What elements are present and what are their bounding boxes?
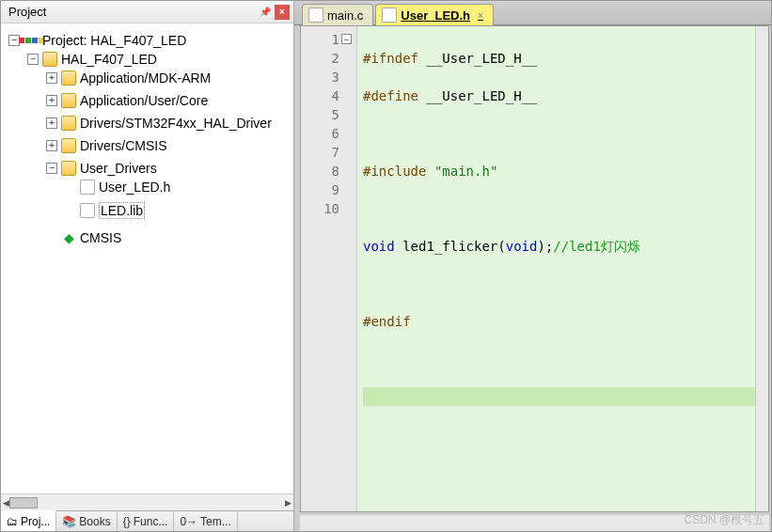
- token-prep: #ifndef: [363, 51, 418, 66]
- file-icon: [80, 180, 95, 195]
- tab-label: main.c: [327, 8, 363, 23]
- tree-group-label: User_Drivers: [80, 161, 157, 176]
- tab-label: Tem...: [200, 515, 231, 528]
- spacer: [46, 232, 57, 243]
- expander-icon[interactable]: +: [46, 72, 57, 84]
- line-number: 5: [301, 105, 339, 124]
- panel-title: Project: [8, 5, 256, 19]
- component-icon: ◆: [61, 230, 76, 245]
- editor-tab-strip: main.c User_LED.h ×: [294, 1, 771, 25]
- expander-icon[interactable]: −: [27, 54, 39, 65]
- tree-group[interactable]: + Drivers/CMSIS: [46, 138, 293, 153]
- scroll-thumb[interactable]: [9, 497, 38, 509]
- expander-icon[interactable]: −: [46, 163, 57, 174]
- token-prep: #define: [363, 88, 418, 103]
- folder-icon: [61, 161, 76, 176]
- tree-file-label: LED.lib: [99, 202, 145, 219]
- tree-target-label: HAL_F407_LED: [61, 52, 157, 67]
- spacer: [65, 181, 76, 193]
- tab-label: Proj...: [21, 515, 50, 528]
- folder-icon: [61, 138, 76, 153]
- tab-label: Books: [79, 515, 110, 528]
- close-tab-icon[interactable]: ×: [478, 10, 483, 21]
- workspace-icon: [24, 33, 39, 48]
- tree-root-label: Project: HAL_F407_LED: [42, 33, 186, 48]
- h-scrollbar[interactable]: ◀ ▶: [1, 493, 293, 510]
- panel-header: Project 📌 ×: [1, 1, 293, 23]
- pin-icon[interactable]: 📌: [258, 5, 273, 20]
- editor-right-margin: [755, 26, 768, 511]
- tab-project[interactable]: 🗂 Proj...: [1, 510, 56, 531]
- project-tree[interactable]: − Project: HAL_F407_LED − HAL_F407_LED: [1, 23, 293, 493]
- line-number: 2: [301, 49, 339, 68]
- tab-books[interactable]: 📚 Books: [56, 511, 117, 531]
- expander-icon[interactable]: +: [46, 95, 57, 106]
- line-number: 10: [301, 199, 339, 218]
- tab-templates[interactable]: 0→ Tem...: [174, 511, 237, 531]
- token-punct: (: [497, 239, 505, 254]
- line-number: 3: [301, 68, 339, 86]
- bottom-tab-strip: 🗂 Proj... 📚 Books {} Func... 0→ Tem...: [1, 510, 293, 531]
- line-number: 6: [301, 124, 339, 143]
- tree-file-label: User_LED.h: [99, 180, 170, 195]
- tree-group-label: Application/MDK-ARM: [80, 70, 211, 86]
- scroll-left-icon[interactable]: ◀: [3, 498, 9, 508]
- code-editor[interactable]: 1 2 3 4 5 6 7 8 9 10 − #ifndef __User_LE…: [300, 25, 769, 512]
- tree-root[interactable]: − Project: HAL_F407_LED: [8, 33, 293, 48]
- token-ident: led1_flicker: [402, 239, 497, 254]
- functions-tab-icon: {}: [123, 515, 131, 528]
- tree-group[interactable]: + Application/MDK-ARM: [46, 70, 293, 86]
- token-keyword: void: [506, 239, 538, 254]
- token-punct: );: [537, 239, 553, 254]
- token-macro: __User_LED_H__: [426, 88, 537, 103]
- code-content[interactable]: #ifndef __User_LED_H__ #define __User_LE…: [357, 26, 755, 511]
- fold-icon[interactable]: −: [341, 34, 352, 44]
- folder-icon: [61, 116, 76, 131]
- tree-group-label: Application/User/Core: [80, 93, 208, 108]
- line-number: 1: [301, 30, 339, 49]
- editor-area: main.c User_LED.h × 1 2 3 4 5 6 7 8 9 10: [294, 1, 771, 531]
- token-comment: //led1灯闪烁: [553, 239, 640, 254]
- file-icon: [382, 8, 397, 23]
- line-number-gutter: 1 2 3 4 5 6 7 8 9 10 −: [301, 26, 357, 511]
- watermark: CSDN @根号五: [684, 512, 764, 528]
- line-number: 9: [301, 180, 339, 199]
- line-number: 4: [301, 86, 339, 105]
- close-panel-button[interactable]: ×: [275, 5, 290, 20]
- file-icon: [80, 203, 95, 218]
- line-number: 8: [301, 162, 339, 180]
- tree-group-label: Drivers/CMSIS: [80, 138, 167, 153]
- expander-icon[interactable]: +: [46, 140, 57, 151]
- editor-tab-user-led-h[interactable]: User_LED.h ×: [375, 4, 494, 25]
- tab-functions[interactable]: {} Func...: [118, 511, 175, 531]
- token-keyword: void: [363, 239, 395, 254]
- scroll-right-icon[interactable]: ▶: [285, 498, 291, 508]
- project-tab-icon: 🗂: [7, 515, 18, 528]
- token-string: "main.h": [434, 164, 497, 179]
- templates-tab-icon: 0→: [180, 515, 197, 528]
- token-prep: #endif: [363, 314, 411, 329]
- token-prep: #include: [363, 164, 426, 179]
- tree-group[interactable]: + Drivers/STM32F4xx_HAL_Driver: [46, 116, 293, 131]
- target-icon: [42, 52, 57, 67]
- tree-group[interactable]: − User_Drivers: [46, 161, 293, 176]
- tree-file[interactable]: User_LED.h: [65, 180, 293, 195]
- project-panel: Project 📌 × − Project: HAL_F407_LED −: [1, 1, 294, 531]
- tree-group[interactable]: + Application/User/Core: [46, 93, 293, 108]
- tab-label: Func...: [134, 515, 168, 528]
- expander-icon[interactable]: +: [46, 117, 57, 129]
- tree-target[interactable]: − HAL_F407_LED: [27, 52, 293, 67]
- folder-icon: [61, 93, 76, 108]
- tree-group-label: Drivers/STM32F4xx_HAL_Driver: [80, 116, 272, 131]
- folder-icon: [61, 70, 76, 86]
- file-icon: [308, 8, 323, 23]
- tab-label: User_LED.h: [401, 8, 470, 23]
- tree-file[interactable]: LED.lib: [65, 202, 293, 219]
- spacer: [65, 205, 76, 216]
- token-macro: __User_LED_H__: [426, 51, 537, 66]
- editor-tab-main-c[interactable]: main.c: [302, 4, 373, 25]
- line-number: 7: [301, 143, 339, 162]
- books-tab-icon: 📚: [62, 515, 76, 528]
- tree-group-label: CMSIS: [80, 230, 121, 245]
- tree-group[interactable]: ◆ CMSIS: [46, 230, 293, 245]
